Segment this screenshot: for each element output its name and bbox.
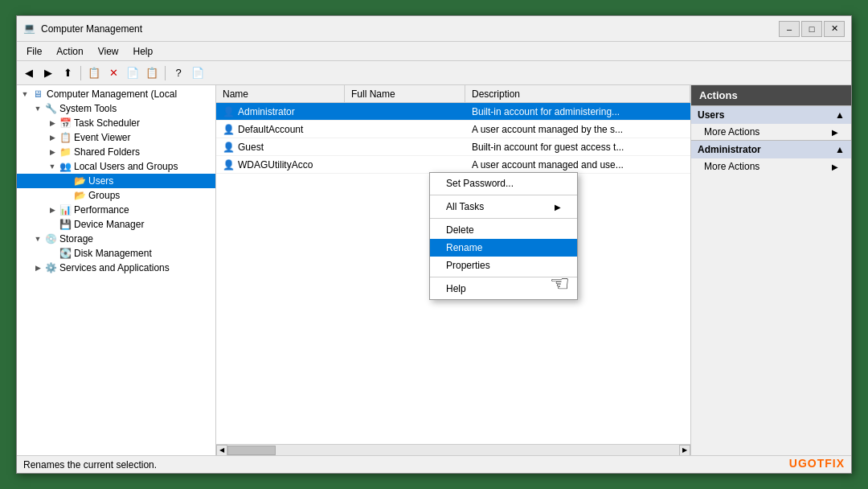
toolbar-more[interactable]: 📄: [189, 64, 207, 82]
cell-fullname-wdag: [345, 163, 465, 166]
toolbar-sep2: [165, 66, 166, 80]
tree-disk-management[interactable]: 💽 Disk Management: [17, 246, 215, 261]
col-header-fullname[interactable]: Full Name: [345, 85, 465, 102]
menu-file[interactable]: File: [20, 44, 48, 59]
main-content: ▼ 🖥 Computer Management (Local ▼ 🔧 Syste…: [17, 85, 851, 455]
services-apps-expander: ▶: [31, 261, 44, 274]
local-users-label: Local Users and Groups: [74, 161, 178, 172]
system-tools-label: System Tools: [59, 103, 117, 114]
table-row[interactable]: 👤 Administrator Built-in account for adm…: [216, 103, 690, 121]
actions-admin-more-arrow: ▶: [832, 162, 838, 171]
col-header-name[interactable]: Name: [216, 85, 345, 102]
system-tools-icon: 🔧: [44, 102, 57, 115]
groups-icon: 📂: [73, 189, 86, 202]
tree-shared-folders[interactable]: ▶ 📁 Shared Folders: [17, 145, 215, 159]
disk-management-icon: 💽: [59, 247, 72, 260]
groups-label: Groups: [88, 190, 120, 201]
ctx-set-password[interactable]: Set Password...: [430, 175, 577, 192]
col-header-desc[interactable]: Description: [465, 85, 690, 102]
actions-users-more-label: More Actions: [704, 126, 760, 138]
device-manager-icon: 💾: [59, 218, 72, 231]
cell-fullname-admin: [345, 110, 465, 113]
menu-view[interactable]: View: [92, 44, 125, 59]
ctx-delete[interactable]: Delete: [430, 221, 577, 239]
ctx-sep1: [430, 195, 577, 195]
toolbar-back[interactable]: ◀: [20, 64, 38, 82]
shared-folders-label: Shared Folders: [74, 146, 140, 158]
close-button[interactable]: ✕: [824, 21, 845, 37]
toolbar-forward[interactable]: ▶: [39, 64, 57, 82]
local-users-expander: ▼: [46, 160, 59, 173]
table-row[interactable]: 👤 WDAGUtilityAcco A user account managed…: [216, 156, 690, 174]
shared-folders-expander: ▶: [46, 146, 59, 158]
table-row[interactable]: 👤 DefaultAccount A user account managed …: [216, 121, 690, 138]
menu-help[interactable]: Help: [127, 44, 160, 59]
ctx-rename[interactable]: Rename: [430, 239, 577, 257]
tree-root[interactable]: ▼ 🖥 Computer Management (Local: [17, 87, 215, 101]
tree-storage[interactable]: ▼ 💿 Storage: [17, 232, 215, 246]
h-scroll-left[interactable]: ◀: [216, 445, 227, 456]
toolbar-delete[interactable]: ✕: [104, 64, 122, 82]
tree-performance[interactable]: ▶ 📊 Performance: [17, 203, 215, 217]
device-manager-expander: [46, 218, 59, 231]
tree-users[interactable]: 📂 Users: [17, 174, 215, 188]
ctx-sep2: [430, 218, 577, 219]
disk-management-label: Disk Management: [74, 248, 152, 259]
storage-label: Storage: [59, 233, 93, 244]
title-bar-controls: – □ ✕: [779, 21, 845, 37]
tree-groups[interactable]: 📂 Groups: [17, 188, 215, 203]
table-row[interactable]: 👤 Guest Built-in account for guest acces…: [216, 138, 690, 156]
tree-system-tools[interactable]: ▼ 🔧 System Tools: [17, 101, 215, 116]
actions-users-more-arrow: ▶: [832, 128, 838, 137]
event-viewer-expander: ▶: [46, 131, 59, 144]
toolbar-copy[interactable]: 📋: [85, 64, 103, 82]
toolbar-help[interactable]: ?: [170, 64, 187, 82]
ctx-properties[interactable]: Properties: [430, 257, 577, 274]
shared-folders-icon: 📁: [59, 146, 72, 158]
menu-bar: File Action View Help: [17, 42, 851, 61]
actions-users-section[interactable]: Users ▲: [691, 105, 851, 124]
restore-button[interactable]: □: [801, 21, 822, 37]
menu-action[interactable]: Action: [50, 44, 89, 59]
title-bar: 💻 Computer Management – □ ✕: [17, 16, 851, 42]
tree-task-scheduler[interactable]: ▶ 📅 Task Scheduler: [17, 116, 215, 130]
h-scroll-thumb[interactable]: [227, 446, 276, 455]
ctx-all-tasks[interactable]: All Tasks ▶: [430, 198, 577, 216]
watermark: UGOTFIX: [789, 457, 845, 470]
cell-name-wdag: 👤 WDAGUtilityAcco: [216, 158, 345, 172]
h-scroll-track: [227, 445, 679, 456]
tree-services-apps[interactable]: ▶ ⚙️ Services and Applications: [17, 261, 215, 275]
cell-desc-admin: Built-in account for administering...: [465, 105, 690, 119]
task-scheduler-label: Task Scheduler: [74, 117, 140, 129]
actions-admin-more[interactable]: More Actions ▶: [691, 158, 851, 175]
ctx-all-tasks-arrow: ▶: [555, 203, 561, 212]
cell-name-default: 👤 DefaultAccount: [216, 122, 345, 137]
cell-desc-wdag: A user account managed and use...: [465, 158, 690, 172]
minimize-button[interactable]: –: [779, 21, 800, 37]
toolbar-paste[interactable]: 📄: [124, 64, 141, 82]
toolbar-up[interactable]: ⬆: [59, 64, 76, 82]
window-icon: 💻: [23, 23, 36, 35]
actions-users-more[interactable]: More Actions ▶: [691, 124, 851, 140]
window-title: Computer Management: [41, 23, 142, 35]
local-users-icon: 👥: [59, 160, 72, 173]
actions-panel: Actions Users ▲ More Actions ▶ Administr…: [690, 85, 851, 455]
performance-label: Performance: [74, 204, 129, 216]
toolbar: ◀ ▶ ⬆ 📋 ✕ 📄 📋 ? 📄: [17, 61, 851, 85]
context-menu: Set Password... All Tasks ▶ Delete Renam…: [429, 172, 578, 300]
actions-admin-section[interactable]: Administrator ▲: [691, 140, 851, 158]
event-viewer-icon: 📋: [59, 131, 72, 144]
tree-event-viewer[interactable]: ▶ 📋 Event Viewer: [17, 130, 215, 145]
user-icon-admin: 👤: [223, 106, 235, 117]
ctx-help[interactable]: Help: [430, 280, 577, 298]
tree-device-manager[interactable]: 💾 Device Manager: [17, 217, 215, 232]
users-folder-icon: 📂: [73, 175, 86, 187]
tree-local-users-groups[interactable]: ▼ 👥 Local Users and Groups: [17, 159, 215, 174]
disk-management-expander: [46, 247, 59, 260]
toolbar-properties[interactable]: 📋: [143, 64, 161, 82]
h-scrollbar[interactable]: ◀ ▶: [216, 444, 690, 455]
storage-icon: 💿: [44, 232, 57, 245]
h-scroll-right[interactable]: ▶: [679, 445, 690, 456]
actions-admin-collapse: ▲: [835, 144, 845, 155]
actions-header: Actions: [691, 85, 851, 105]
